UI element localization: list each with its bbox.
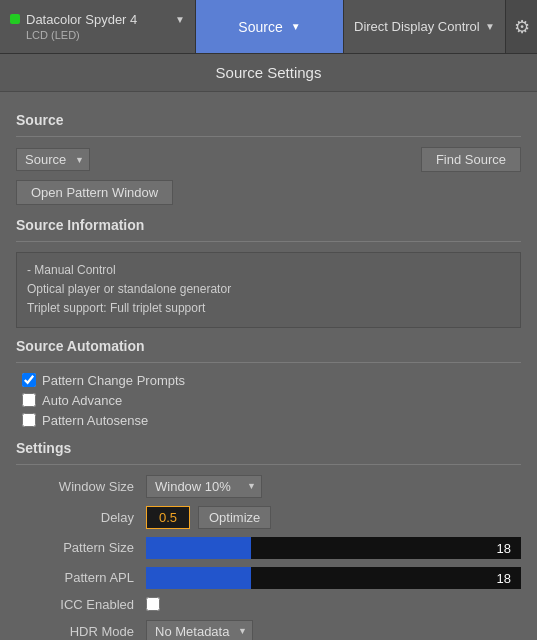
source-automation-header: Source Automation	[16, 338, 521, 354]
window-size-dropdown[interactable]: Window 10% Window 25% Window 50% Window …	[146, 475, 262, 498]
source-automation-divider	[16, 362, 521, 363]
delay-input[interactable]	[146, 506, 190, 529]
pattern-autosense-label: Pattern Autosense	[42, 413, 148, 428]
settings-grid: Window Size Window 10% Window 25% Window…	[16, 475, 521, 640]
source-info-line3: Triplet support: Full triplet support	[27, 299, 510, 318]
icc-enabled-label: ICC Enabled	[16, 597, 146, 612]
pattern-apl-label: Pattern APL	[16, 570, 146, 585]
source-info-line2: Optical player or standalone generator	[27, 280, 510, 299]
content-body: Source Source Find Source Open Pattern W…	[0, 92, 537, 640]
chevron-down-icon: ▼	[485, 21, 495, 32]
auto-advance-row: Auto Advance	[22, 393, 521, 408]
pattern-apl-bar-fill	[146, 567, 251, 589]
settings-divider	[16, 464, 521, 465]
pattern-size-value: 18	[146, 537, 521, 559]
pattern-apl-value: 18	[146, 567, 521, 589]
source-section-header: Source	[16, 112, 521, 128]
pattern-change-prompts-row: Pattern Change Prompts	[22, 373, 521, 388]
tab-source[interactable]: Source ▼	[196, 0, 344, 53]
hdr-mode-label: HDR Mode	[16, 624, 146, 639]
source-dropdown-wrapper: Source	[16, 148, 90, 171]
chevron-down-icon: ▼	[175, 14, 185, 25]
pattern-autosense-checkbox[interactable]	[22, 413, 36, 427]
hdr-mode-dropdown-wrapper: No Metadata HDR10 HLG Dolby Vision	[146, 620, 253, 640]
source-row: Source Find Source	[16, 147, 521, 172]
hdr-mode-value: No Metadata HDR10 HLG Dolby Vision	[146, 620, 521, 640]
spyder-indicator	[10, 14, 20, 24]
window-size-label: Window Size	[16, 479, 146, 494]
tab-spyder-subtitle: LCD (LED)	[26, 29, 80, 41]
pattern-change-prompts-checkbox[interactable]	[22, 373, 36, 387]
hdr-mode-dropdown[interactable]: No Metadata HDR10 HLG Dolby Vision	[146, 620, 253, 640]
pattern-change-prompts-label: Pattern Change Prompts	[42, 373, 185, 388]
source-dropdown[interactable]: Source	[16, 148, 90, 171]
delay-label: Delay	[16, 510, 146, 525]
settings-header: Settings	[16, 440, 521, 456]
chevron-down-icon: ▼	[291, 21, 301, 32]
delay-value-row: Optimize	[146, 506, 521, 529]
tab-bar: Datacolor Spyder 4 ▼ LCD (LED) Source ▼ …	[0, 0, 537, 54]
pattern-apl-number: 18	[497, 570, 511, 585]
icc-enabled-checkbox[interactable]	[146, 597, 160, 611]
pattern-autosense-row: Pattern Autosense	[22, 413, 521, 428]
pattern-size-number: 18	[497, 540, 511, 555]
source-info-divider	[16, 241, 521, 242]
tab-source-title: Source	[238, 19, 282, 35]
auto-advance-label: Auto Advance	[42, 393, 122, 408]
open-pattern-window-button[interactable]: Open Pattern Window	[16, 180, 173, 205]
gear-icon: ⚙	[514, 16, 530, 38]
pattern-size-bar-fill	[146, 537, 251, 559]
window-size-dropdown-wrapper: Window 10% Window 25% Window 50% Window …	[146, 475, 262, 498]
source-info-header: Source Information	[16, 217, 521, 233]
pattern-size-label: Pattern Size	[16, 540, 146, 555]
find-source-button[interactable]: Find Source	[421, 147, 521, 172]
tab-extra[interactable]: ⚙	[506, 0, 537, 53]
tab-spyder[interactable]: Datacolor Spyder 4 ▼ LCD (LED)	[0, 0, 196, 53]
icc-enabled-value	[146, 597, 521, 611]
source-divider	[16, 136, 521, 137]
optimize-button[interactable]: Optimize	[198, 506, 271, 529]
source-info-block: - Manual Control Optical player or stand…	[16, 252, 521, 328]
page-title: Source Settings	[0, 54, 537, 92]
tab-direct[interactable]: Direct Display Control ▼	[344, 0, 506, 53]
auto-advance-checkbox[interactable]	[22, 393, 36, 407]
main-content: Source Settings Source Source Find Sourc…	[0, 54, 537, 640]
source-info-line1: - Manual Control	[27, 261, 510, 280]
window-size-value: Window 10% Window 25% Window 50% Window …	[146, 475, 521, 498]
tab-direct-title: Direct Display Control	[354, 19, 480, 34]
tab-spyder-title: Datacolor Spyder 4	[26, 12, 137, 27]
pattern-size-bar: 18	[146, 537, 521, 559]
pattern-apl-bar: 18	[146, 567, 521, 589]
